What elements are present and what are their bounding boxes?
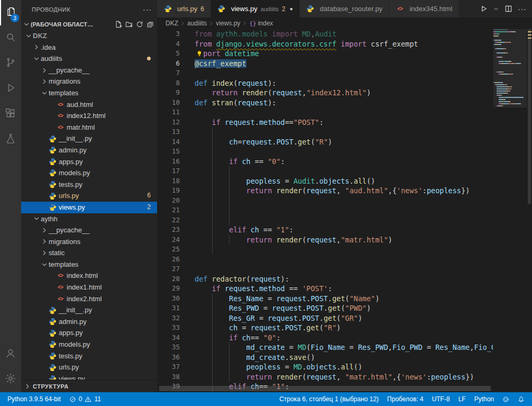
activity-account-button[interactable] — [0, 341, 21, 367]
breadcrumb-item-DKZ[interactable]: DKZ — [166, 20, 178, 27]
status-python-version[interactable]: Python 3.9.5 64-bit — [3, 392, 65, 406]
tree-item-.idea[interactable]: .idea — [21, 42, 157, 53]
code-line[interactable]: 3from aythh.models import MD,Audit — [157, 29, 493, 39]
line-number[interactable]: 20 — [157, 196, 180, 206]
activity-source-control-button[interactable] — [0, 51, 21, 76]
tree-item-__pycache__[interactable]: __pycache__ — [21, 65, 157, 76]
tree-item-__pycache__[interactable]: __pycache__ — [21, 224, 157, 236]
code-line[interactable]: 33ch = request.POST.get("R") — [157, 323, 493, 333]
line-number[interactable]: 18 — [157, 176, 180, 186]
breadcrumb-item-audiiits[interactable]: audiiits — [187, 20, 207, 27]
code-line[interactable]: 17 — [157, 166, 493, 176]
tree-item-static[interactable]: static — [21, 247, 157, 259]
tree-item-index12.html[interactable]: <>index12.html — [21, 110, 157, 122]
line-number[interactable]: 15 — [157, 147, 180, 157]
line-number[interactable]: 36 — [157, 353, 180, 363]
run-button[interactable] — [480, 5, 488, 13]
tab-urls.py[interactable]: urls.py6 — [157, 0, 211, 17]
line-number[interactable]: 19 — [157, 186, 180, 196]
code-line[interactable]: 28def redactor(request): — [157, 274, 493, 284]
lightbulb-icon[interactable] — [195, 49, 204, 59]
tree-item-__init__.py[interactable]: __init__.py — [21, 133, 157, 145]
line-number[interactable]: 11 — [157, 107, 180, 118]
line-number[interactable]: 4 — [157, 39, 180, 49]
line-number[interactable]: 34 — [157, 333, 180, 343]
code-line[interactable]: 13 — [157, 127, 493, 137]
code-line[interactable]: 21 — [157, 205, 493, 215]
scrollbar-slider[interactable] — [528, 29, 531, 204]
breadcrumb-symbol[interactable]: {}index — [249, 20, 273, 27]
tree-item-index.html[interactable]: <>index.html — [21, 270, 157, 282]
status-encoding[interactable]: UTF-8 — [428, 392, 454, 406]
tab-dirty-dot[interactable]: ● — [290, 6, 293, 12]
line-number[interactable]: 38 — [157, 372, 180, 382]
tree-item-DKZ[interactable]: DKZ — [21, 30, 157, 42]
code-line[interactable]: 11 — [157, 107, 493, 118]
code-line[interactable]: 22 — [157, 215, 493, 225]
minimap[interactable] — [493, 29, 527, 392]
refresh-button[interactable] — [136, 21, 143, 28]
tab-views.py[interactable]: views.pyaudiiits2● — [211, 0, 300, 17]
line-number[interactable]: 9 — [157, 88, 180, 98]
line-number[interactable]: 7 — [157, 68, 180, 78]
minimap-slider[interactable] — [493, 29, 527, 107]
code-line[interactable]: 24return render(request,"matr.html") — [157, 235, 493, 245]
code-line[interactable]: 25 — [157, 245, 493, 255]
tab-database_roouter.py[interactable]: database_roouter.py — [300, 0, 390, 17]
status-feedback[interactable] — [498, 392, 513, 406]
code-line[interactable]: 9return render(request,"index12.html") — [157, 88, 493, 98]
status-notifications[interactable] — [513, 392, 529, 406]
tree-item-apps.py[interactable]: apps.py — [21, 156, 157, 168]
activity-search-button[interactable] — [0, 25, 21, 51]
tree-item-tests.py[interactable]: tests.py — [21, 350, 157, 362]
tree-item-aud.html[interactable]: <>aud.html — [21, 99, 157, 111]
tree-item-index2.html[interactable]: <>index2.html — [21, 293, 157, 305]
line-number[interactable]: 3 — [157, 29, 180, 39]
line-number[interactable]: 24 — [157, 235, 180, 245]
line-number[interactable]: 29 — [157, 284, 180, 294]
line-number[interactable]: 14 — [157, 137, 180, 147]
tree-item-admin.py[interactable]: admin.py — [21, 316, 157, 328]
code-line[interactable]: 5import datetime — [157, 49, 493, 59]
status-problems[interactable]: 011 — [65, 392, 105, 406]
code-line[interactable]: 4from django.views.decorators.csrf impor… — [157, 39, 493, 49]
activity-run-debug-button[interactable] — [0, 76, 21, 102]
code-line[interactable]: 20 — [157, 196, 493, 206]
code-line[interactable]: 38return render(request, "matr.html",{'n… — [157, 372, 493, 382]
code-line[interactable]: 18peopless = Audit.objects.all() — [157, 176, 493, 186]
status-eol[interactable]: LF — [454, 392, 470, 406]
line-number[interactable]: 16 — [157, 157, 180, 167]
line-number[interactable]: 8 — [157, 78, 180, 88]
tree-item-views.py[interactable]: views.py2 — [21, 202, 157, 213]
status-indentation[interactable]: Пробелов: 4 — [383, 392, 428, 406]
activity-settings-button[interactable] — [0, 367, 21, 392]
line-number[interactable]: 32 — [157, 313, 180, 323]
tree-item-urls.py[interactable]: urls.py6 — [21, 190, 157, 202]
tree-item-templates[interactable]: templates — [21, 259, 157, 270]
code-line[interactable]: 27 — [157, 264, 493, 274]
horizontal-scrollbar[interactable] — [159, 386, 491, 391]
line-number[interactable]: 35 — [157, 342, 180, 353]
outline-section-header[interactable]: СТРУКТУРА — [21, 380, 157, 392]
line-number[interactable]: 30 — [157, 294, 180, 304]
code-line[interactable]: 36md_create.save() — [157, 353, 493, 363]
line-number[interactable]: 37 — [157, 362, 180, 372]
activity-testing-button[interactable] — [0, 127, 21, 152]
tree-item-urls.py[interactable]: urls.py — [21, 362, 157, 373]
code-line[interactable]: 7 — [157, 68, 493, 78]
line-number[interactable]: 17 — [157, 166, 180, 176]
tree-item-index1.html[interactable]: <>index1.html — [21, 282, 157, 293]
line-number[interactable]: 5 — [157, 49, 180, 59]
code-line[interactable]: 14ch=request.POST.get("R") — [157, 137, 493, 147]
code-line[interactable]: 12if request.method=="POST": — [157, 118, 493, 128]
line-number[interactable]: 13 — [157, 127, 180, 137]
tree-item-migrations[interactable]: migrations — [21, 236, 157, 248]
new-folder-button[interactable] — [125, 21, 133, 28]
line-number[interactable]: 31 — [157, 303, 180, 313]
collapse-all-button[interactable] — [146, 21, 154, 28]
line-number[interactable]: 28 — [157, 274, 180, 284]
tree-item-matr.html[interactable]: <>matr.html — [21, 122, 157, 133]
line-number[interactable]: 25 — [157, 245, 180, 255]
breadcrumb-item-views.py[interactable]: views.py — [216, 20, 240, 27]
status-cursor-position[interactable]: Строка 6, столбец 1 (выбрано 12) — [275, 392, 383, 406]
